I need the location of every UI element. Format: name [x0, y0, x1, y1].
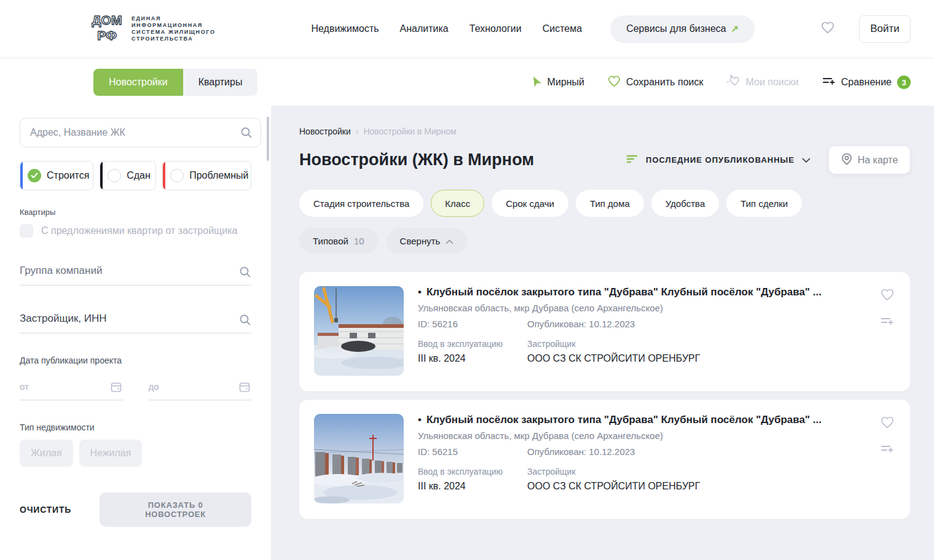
comparison-button[interactable]: Сравнение 3	[822, 76, 911, 89]
results-area: Новостройки › Новостройки в Мирном Новос…	[271, 106, 934, 560]
breadcrumb-separator: ›	[356, 126, 359, 136]
header-right: Войти	[821, 15, 911, 43]
listing-details: •Клубный посёлок закрытого типа "Дубрава…	[418, 414, 865, 505]
save-search-button[interactable]: Сохранить поиск	[608, 76, 703, 90]
date-to-input[interactable]	[149, 381, 235, 392]
breadcrumb: Новостройки › Новостройки в Мирном	[299, 126, 910, 136]
sort-label: ПОСЛЕДНИЕ ОПУБЛИКОВАННЫЕ	[646, 155, 795, 165]
chip-house-type[interactable]: Тип дома	[576, 190, 644, 217]
listing-type-tabs: Новостройки Квартиры	[93, 69, 257, 96]
status-under-construction[interactable]: Строится	[20, 161, 93, 190]
search-icon	[239, 266, 251, 281]
tab-apartments[interactable]: Квартиры	[183, 69, 258, 96]
chip-typical-label: Типовой	[313, 236, 348, 246]
business-services-button[interactable]: Сервисы для бизнеса ↗	[610, 15, 755, 43]
title-row: Новостройки (ЖК) в Мирном ПОСЛЕДНИЕ ОПУБ…	[299, 146, 910, 174]
listing-cards: •Клубный посёлок закрытого типа "Дубрава…	[299, 272, 910, 519]
sort-selector[interactable]: ПОСЛЕДНИЕ ОПУБЛИКОВАННЫЕ	[626, 154, 810, 166]
commissioning-value: III кв. 2024	[418, 353, 527, 364]
listing-title[interactable]: •Клубный посёлок закрытого типа "Дубрава…	[418, 286, 865, 298]
chip-amenities[interactable]: Удобства	[651, 190, 719, 217]
listing-title[interactable]: •Клубный посёлок закрытого типа "Дубрава…	[418, 414, 865, 426]
main-nav: Недвижимость Аналитика Технологии Систем…	[311, 23, 582, 34]
chip-class[interactable]: Класс	[431, 190, 484, 217]
external-link-arrow-icon: ↗	[731, 23, 739, 34]
my-searches-label: Мои поиски	[746, 77, 799, 88]
developer-inn-input[interactable]	[20, 313, 238, 325]
city-selector[interactable]: Мирный	[530, 75, 584, 90]
favorite-heart-icon[interactable]	[881, 416, 894, 429]
listing-photo	[314, 414, 404, 504]
filters-sidebar: Строится Сдан Проблемный Квартиры С пред…	[0, 106, 271, 560]
address-search-input[interactable]	[20, 118, 261, 147]
toolbar-actions: Мирный Сохранить поиск М	[530, 75, 911, 90]
sidebar-scrollbar[interactable]	[267, 117, 269, 161]
listing-card[interactable]: •Клубный посёлок закрытого типа "Дубрава…	[299, 272, 910, 391]
nav-system[interactable]: Система	[543, 23, 582, 34]
listing-id: ID: 56216	[418, 319, 527, 329]
status-label: Строится	[47, 170, 89, 181]
chip-typical-count: 10	[354, 236, 364, 246]
listing-details: •Клубный посёлок закрытого типа "Дубрава…	[418, 286, 865, 377]
dom-rf-logo-icon: ДОМ РФ	[91, 12, 123, 46]
checkbox-icon[interactable]	[20, 224, 33, 238]
save-search-label: Сохранить поиск	[626, 77, 703, 88]
chip-deal-type[interactable]: Тип сделки	[726, 190, 802, 217]
add-to-compare-icon[interactable]	[881, 443, 894, 454]
chip-construction-stage[interactable]: Стадия строительства	[299, 190, 423, 217]
logo-caption: ЕДИНАЯ ИНФОРМАЦИОННАЯ СИСТЕМА ЖИЛИЩНОГО …	[131, 15, 215, 42]
collapse-label: Свернуть	[400, 236, 441, 246]
developer-block: Застройщик ООО СЗ СК СТРОЙСИТИ ОРЕНБУРГ	[527, 339, 700, 364]
developer-label: Застройщик	[527, 467, 700, 476]
clear-filters-button[interactable]: ОЧИСТИТЬ	[20, 505, 71, 515]
nav-analytics[interactable]: Аналитика	[400, 23, 449, 34]
nav-real-estate[interactable]: Недвижимость	[311, 23, 379, 34]
listing-meta: ID: 56216 Опубликован: 10.12.2023	[418, 319, 865, 329]
map-view-button[interactable]: На карте	[829, 146, 910, 174]
listing-info: Ввод в эксплуатацию III кв. 2024 Застрой…	[418, 339, 865, 364]
check-circle-icon	[28, 169, 41, 182]
top-header: ДОМ РФ ЕДИНАЯ ИНФОРМАЦИОННАЯ СИСТЕМА ЖИЛ…	[0, 0, 934, 58]
company-group-input[interactable]	[20, 265, 238, 277]
compare-icon	[822, 76, 836, 89]
chevron-down-icon	[802, 155, 810, 166]
breadcrumb-current: Новостройки в Мирном	[363, 126, 456, 136]
listing-actions	[879, 414, 895, 505]
comparison-count-badge: 3	[897, 76, 911, 89]
status-problem[interactable]: Проблемный	[162, 161, 251, 190]
date-from-input[interactable]	[20, 381, 106, 392]
show-results-button[interactable]: ПОКАЗАТЬ 0 НОВОСТРОЕК	[100, 492, 251, 527]
dom-rf-logo[interactable]: ДОМ РФ ЕДИНАЯ ИНФОРМАЦИОННАЯ СИСТЕМА ЖИЛ…	[91, 12, 215, 46]
commissioning-label: Ввод в эксплуатацию	[418, 467, 527, 476]
my-searches-button[interactable]: Мои поиски	[727, 75, 799, 90]
chip-typical[interactable]: Типовой 10	[299, 228, 378, 254]
listing-meta: ID: 56215 Опубликован: 10.12.2023	[418, 446, 865, 457]
business-services-label: Сервисы для бизнеса	[626, 23, 726, 34]
listing-address: Ульяновская область, мкр Дубрава (село А…	[418, 303, 865, 313]
tab-newbuildings[interactable]: Новостройки	[93, 69, 183, 96]
add-to-compare-icon[interactable]	[881, 316, 894, 327]
calendar-icon[interactable]	[239, 381, 250, 392]
favorite-heart-icon[interactable]	[881, 289, 894, 301]
property-type-nonresidential[interactable]: Нежилая	[79, 440, 143, 467]
collapse-chip[interactable]: Свернуть	[387, 228, 468, 254]
nav-technologies[interactable]: Технологии	[469, 23, 522, 34]
radio-circle-icon	[170, 169, 184, 182]
company-group-field	[20, 265, 251, 286]
listing-card[interactable]: •Клубный посёлок закрытого типа "Дубрава…	[299, 400, 910, 519]
login-button[interactable]: Войти	[859, 15, 911, 43]
developer-offers-checkbox-row[interactable]: С предложениями квартир от застройщика	[20, 224, 251, 238]
breadcrumb-root[interactable]: Новостройки	[299, 126, 351, 136]
listing-actions	[879, 286, 895, 377]
chip-completion-date[interactable]: Срок сдачи	[492, 190, 568, 217]
favorites-heart-icon[interactable]	[821, 21, 834, 36]
calendar-icon[interactable]	[111, 381, 122, 392]
property-type-residential[interactable]: Жилая	[20, 440, 73, 467]
page-title: Новостройки (ЖК) в Мирном	[299, 150, 534, 169]
status-completed[interactable]: Сдан	[100, 161, 156, 190]
comparison-label: Сравнение	[841, 77, 892, 88]
developer-block: Застройщик ООО СЗ СК СТРОЙСИТИ ОРЕНБУРГ	[527, 467, 700, 492]
property-type-buttons: Жилая Нежилая	[20, 440, 251, 467]
status-bullet: •	[418, 286, 422, 298]
filter-actions: ОЧИСТИТЬ ПОКАЗАТЬ 0 НОВОСТРОЕК	[20, 492, 251, 527]
